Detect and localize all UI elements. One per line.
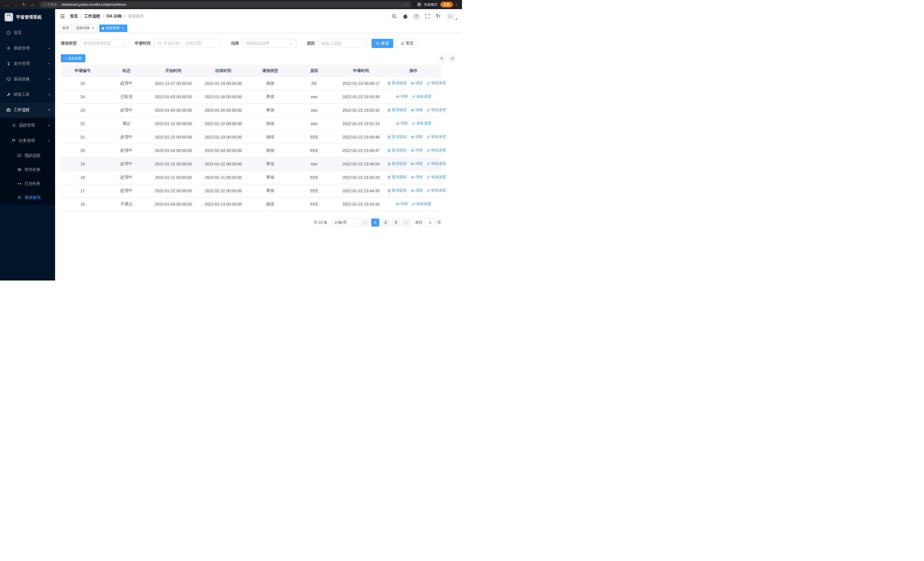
cancel-leave-label: 取消请假	[392, 161, 406, 166]
close-icon[interactable]: ×	[121, 26, 125, 30]
table-row[interactable]: 17 处理中 2022-01-22 00:00:00 2022-01-22 00…	[61, 184, 441, 197]
browser-menu-icon[interactable]: ⋮	[453, 2, 459, 7]
approval-progress-link[interactable]: 审批进度	[427, 188, 446, 193]
detail-link[interactable]: 详情	[396, 121, 408, 126]
table-row[interactable]: 25 处理中 2021-12-27 00:00:00 2022-01-19 00…	[61, 77, 441, 90]
top-navbar: 首页 / 工作流程 / OA 示例 / 请假查询 ?	[55, 9, 462, 23]
result-select[interactable]: 请选择流结果	[243, 39, 296, 48]
approval-progress-link[interactable]: 审批进度	[427, 107, 446, 113]
cancel-leave-link[interactable]: 取消请假	[387, 107, 406, 113]
browser-back-button[interactable]: ←	[3, 1, 11, 9]
table-row[interactable]: 19 处理中 2022-01-22 00:00:00 2022-01-22 00…	[61, 157, 441, 170]
sidebar-item-workflow[interactable]: 工作流程	[0, 102, 55, 118]
reason-input[interactable]	[318, 39, 366, 48]
collapse-sidebar-icon[interactable]	[60, 14, 65, 19]
detail-link[interactable]: 详情	[411, 161, 423, 166]
sidebar-item-done-tasks[interactable]: 已办任务	[0, 176, 55, 191]
tab-leave-query[interactable]: 请假查询×	[99, 24, 127, 32]
breadcrumb-workflow[interactable]: 工作流程	[84, 14, 100, 19]
table-row[interactable]: 24 已取消 2022-01-03 00:00:00 2022-01-26 00…	[61, 90, 441, 104]
sidebar-item-task-management[interactable]: 任务管理	[0, 133, 55, 149]
sidebar-item-system[interactable]: 系统管理	[0, 41, 55, 56]
leave-type-select[interactable]: 请选择请假类型	[80, 39, 129, 48]
page-button-3[interactable]: 3	[392, 218, 400, 227]
next-page-button[interactable]: ›	[402, 218, 410, 227]
cancel-leave-link[interactable]: 取消请假	[387, 81, 406, 86]
detail-link[interactable]: 详情	[411, 174, 423, 180]
refresh-table-button[interactable]	[448, 54, 456, 62]
breadcrumb-oa-example[interactable]: OA 示例	[106, 14, 121, 19]
close-icon[interactable]: ×	[91, 26, 95, 30]
detail-link[interactable]: 详情	[411, 134, 423, 139]
app-logo[interactable]: 芋道管理系统	[0, 9, 55, 25]
browser-update-button[interactable]: 更新	[440, 2, 453, 8]
approval-progress-link[interactable]: 审批进度	[427, 134, 446, 139]
sidebar-item-devtools[interactable]: 研发工具	[0, 87, 55, 102]
help-icon[interactable]: ?	[414, 14, 419, 19]
sidebar-item-my-processes[interactable]: 我的流程	[0, 149, 55, 162]
reset-button[interactable]: 重置	[396, 39, 418, 48]
sidebar-item-todo-tasks[interactable]: 待办任务	[0, 162, 55, 176]
cancel-leave-link[interactable]: 取消请假	[387, 148, 406, 153]
browser-home-button[interactable]: ⌂	[28, 1, 36, 9]
toggle-search-button[interactable]	[438, 54, 446, 62]
col-leave-type: 请假类型	[248, 65, 292, 77]
page-size-select[interactable]: 10条/页	[332, 218, 359, 227]
goto-page-input[interactable]	[424, 218, 436, 227]
approval-progress-link[interactable]: 审批进度	[427, 148, 446, 153]
caret-down-icon: ▾	[455, 18, 457, 21]
detail-link[interactable]: 详情	[411, 188, 423, 193]
table-row[interactable]: 18 处理中 2022-01-11 00:00:00 2022-01-11 00…	[61, 170, 441, 184]
browser-reload-button[interactable]: ↻	[20, 1, 28, 9]
approval-progress-link[interactable]: 审批进度	[427, 81, 446, 86]
cancel-leave-link[interactable]: 取消请假	[387, 174, 406, 180]
apply-time-range-picker[interactable]: 开始日期 - 结束日期	[154, 39, 220, 48]
detail-link[interactable]: 详情	[396, 94, 408, 99]
trash-icon	[387, 189, 391, 193]
edit-icon	[412, 95, 416, 99]
detail-link[interactable]: 详情	[411, 81, 423, 86]
table-row[interactable]: 22 通过 2022-01-22 00:00:00 2022-01-22 00:…	[61, 117, 441, 130]
cancel-leave-link[interactable]: 取消请假	[387, 161, 406, 166]
tab-home[interactable]: 首页	[60, 24, 72, 32]
approval-progress-link[interactable]: 审批进度	[412, 121, 431, 126]
browser-forward-button[interactable]: →	[11, 1, 20, 9]
create-leave-button[interactable]: + 发起请假	[61, 54, 86, 62]
tab-process-detail[interactable]: 流程详情×	[74, 24, 98, 32]
cancel-leave-link[interactable]: 取消请假	[387, 134, 406, 139]
detail-link[interactable]: 详情	[411, 148, 423, 153]
table-row[interactable]: 21 处理中 2022-01-22 00:00:00 2022-01-23 00…	[61, 130, 441, 144]
fullscreen-icon[interactable]	[424, 14, 430, 19]
sidebar-item-infrastructure[interactable]: 基础设施	[0, 71, 55, 87]
table-row[interactable]: 23 处理中 2022-01-03 00:00:00 2022-01-26 00…	[61, 104, 441, 117]
breadcrumb-home[interactable]: 首页	[70, 14, 78, 19]
approval-progress-link[interactable]: 审批进度	[412, 94, 431, 99]
search-button[interactable]: 搜索	[372, 39, 393, 48]
sidebar-item-payment[interactable]: 支付管理	[0, 56, 55, 71]
security-warning[interactable]: ⚠ 不安全	[43, 2, 57, 7]
page-button-2[interactable]: 2	[381, 218, 390, 227]
address-bar[interactable]: ⚠ 不安全 dashboard.yudao.iocoder.cn/bpm/oa/…	[39, 2, 411, 8]
user-avatar[interactable]: ▾	[446, 12, 457, 21]
detail-link[interactable]: 详情	[411, 107, 423, 113]
approval-progress-link[interactable]: 审批进度	[427, 174, 446, 180]
table-row[interactable]: 16 不通过 2022-01-04 00:00:00 2022-01-13 00…	[61, 197, 441, 211]
approval-progress-link[interactable]: 审批进度	[427, 161, 446, 166]
sidebar-item-home[interactable]: 首页	[0, 25, 55, 41]
github-icon[interactable]	[403, 14, 408, 19]
detail-label: 详情	[415, 188, 423, 193]
approval-progress-link[interactable]: 审批进度	[412, 202, 431, 206]
sidebar-item-leave-query[interactable]: 请假查询	[0, 191, 55, 205]
sidebar-item-process-management[interactable]: 流程管理	[0, 118, 55, 133]
table-row[interactable]: 20 处理中 2022-01-04 00:00:00 2022-01-04 00…	[61, 144, 441, 157]
search-icon[interactable]	[391, 14, 397, 19]
detail-link[interactable]: 详情	[396, 202, 408, 206]
bookmark-star-icon[interactable]: ☆	[404, 3, 408, 7]
detail-label: 详情	[400, 94, 408, 99]
approval-progress-label: 审批进度	[431, 81, 446, 86]
cancel-leave-link[interactable]: 取消请假	[387, 188, 406, 193]
prev-page-button[interactable]: ‹	[361, 218, 369, 227]
font-size-icon[interactable]: TT	[436, 14, 441, 18]
page-button-1[interactable]: 1	[371, 218, 379, 227]
cancel-leave-label: 取消请假	[392, 188, 406, 193]
